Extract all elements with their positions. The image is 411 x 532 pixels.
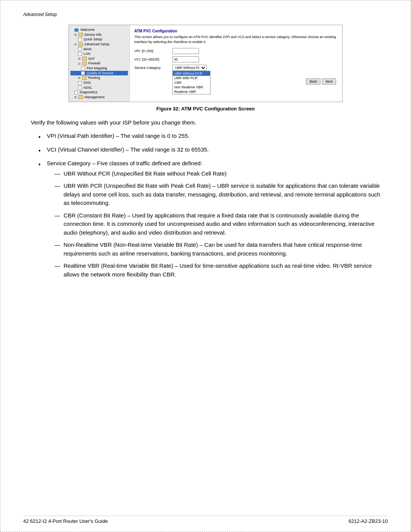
bullet-dot-service: • [38,160,43,169]
nav-port-mapping[interactable]: Port Mapping [70,66,128,71]
service-category-row: Service Category UBR Without PCR UBR Wit… [134,65,338,71]
file-icon-dns [78,81,82,85]
footer-left: 42 6212-I2 4-Port Router User's Guide [23,518,108,524]
content-panel: ATM PVC Configuration This screen allows… [130,25,342,102]
nav-device-info[interactable]: ⊞ Device Info [70,32,128,37]
dash-ubr-with: — [54,182,61,190]
dropdown-open-list: UBR Without PCR UBR With PCR CBR Non Rea… [172,71,210,94]
atm-config-title: ATM PVC Configuration [134,29,338,33]
nav-quality-of-service[interactable]: Quality of Service [70,71,128,76]
bullet-text-service: Service Category – Five classes of traff… [47,160,202,166]
nav-welcome[interactable]: Welcome [70,27,128,32]
folder-icon [78,33,83,37]
dropdown-option-non-realtime[interactable]: Non Realtime VBR [173,85,210,89]
footer: 42 6212-I2 4-Port Router User's Guide 62… [23,516,388,524]
footer-right: 6212-A2-ZB23-10 [349,518,388,524]
vpi-row: VPI: [0~255] [134,48,338,54]
nav-dns[interactable]: DNS [70,80,128,85]
sub-bullet-non-realtime-vbr: — Non-Realtime VBR (Non-Real-time Variab… [54,241,388,258]
bullet-text-vci: VCI (Virtual Channel Identifier) – The v… [47,145,209,154]
file-icon-qos [81,71,85,75]
dropdown-option-cbr[interactable]: CBR [173,80,210,85]
vpi-label: VPI: [0~255] [134,49,172,53]
file-icon-wan [78,47,82,51]
expand-icon-adv: ⊟ [74,43,77,46]
dropdown-option-ubr-with[interactable]: UBR With PCR [173,76,210,80]
service-category-label: Service Category [134,66,172,70]
folder-icon-nat [82,57,87,61]
sub-bullet-cbr: — CBR (Constant Bit Rate) – Used by appl… [54,211,388,237]
service-category-select[interactable]: UBR Without PCR UBR With PCR CBR Non Rea… [172,65,207,71]
globe-icon [74,28,79,32]
bullet-service-content: Service Category – Five classes of traff… [47,159,388,283]
bullet-dot-vpi: • [38,133,43,142]
advanced-setup-label: Advanced Setup [23,12,388,17]
nav-adsl[interactable]: ADSL [70,85,128,90]
nav-nat[interactable]: ⊞ NAT [70,56,128,61]
folder-icon-mgmt [78,95,83,99]
vci-row: VCI: [32~65535] [134,56,338,62]
sub-bullet-ubr-with-pcr: — UBR With PCR (Unspecified Bit Rate wit… [54,182,388,208]
service-category-dropdown[interactable]: UBR Without PCR UBR With PCR CBR Non Rea… [172,65,207,71]
folder-icon-fw [82,62,87,66]
nav-panel: Welcome ⊞ Device Info Quick Setup ⊟ Adva… [69,25,130,102]
nav-routing[interactable]: ⊞ Routing [70,75,128,80]
bullet-service: • Service Category – Five classes of tra… [38,159,388,283]
bullet-vpi: • VPI (Virtual Path Identifier) – The va… [38,132,388,142]
nav-quick-setup[interactable]: Quick Setup [70,37,128,42]
nav-wan[interactable]: WAN [70,47,128,52]
bullet-dot-vci: • [38,146,43,155]
page-container: Advanced Setup Welcome ⊞ Device Info Qui… [0,0,411,532]
intro-text: Verify the following values with your IS… [31,119,388,126]
nav-lan[interactable]: LAN [70,51,128,56]
atm-config-desc: This screen allows you to configure an A… [134,35,338,44]
sub-text-rt: Realtime VBR (Real-time Variable Bit Rat… [64,262,388,279]
expand-icon-mgmt: ⊞ [74,96,77,99]
file-icon-adsl [78,86,82,89]
bullet-text-vpi: VPI (Virtual Path Identifier) – The vali… [47,132,190,141]
sub-text-non-rt: Non-Realtime VBR (Non-Real-time Variable… [64,241,388,258]
sub-bullet-section: — UBR Without PCR (Unspecified Bit Rate … [54,169,388,279]
bullet-vci: • VCI (Virtual Channel Identifier) – The… [38,145,388,155]
dash-cbr: — [54,211,61,220]
dash-ubr-without: — [54,169,61,178]
file-icon [78,38,82,42]
nav-diagnostics[interactable]: Diagnostics [70,90,128,95]
bottom-buttons: Back Next [134,78,338,87]
vci-label: VCI: [32~65535] [134,58,172,61]
folder-icon-adv [78,43,83,46]
file-icon-lan [78,52,82,56]
next-button[interactable]: Next [322,78,336,85]
sub-bullet-realtime-vbr: — Realtime VBR (Real-time Variable Bit R… [54,262,388,279]
dash-non-rt: — [54,241,61,249]
expand-icon-nat: ⊞ [78,57,81,61]
expand-icon-rt: ⊞ [78,76,81,80]
expand-icon-fw: ⊟ [78,62,81,66]
vpi-input[interactable] [172,48,199,54]
bullet-section: • VPI (Virtual Path Identifier) – The va… [38,132,388,283]
sub-text-ubr-without: UBR Without PCR (Unspecified Bit Rate wi… [64,169,227,178]
file-icon-diag [74,91,78,94]
dash-rt: — [54,262,61,270]
figure-caption: Figure 32: ATM PVC Configuration Screen [23,106,388,112]
file-icon-pm [81,67,85,70]
back-button[interactable]: Back [306,78,320,85]
sub-bullet-ubr-without-pcr: — UBR Without PCR (Unspecified Bit Rate … [54,169,388,178]
dropdown-option-realtime[interactable]: Realtime VBR [173,89,210,94]
sub-text-cbr: CBR (Constant Bit Rate) – Used by applic… [64,211,388,237]
nav-management[interactable]: ⊞ Management [70,95,128,100]
nav-firewall[interactable]: ⊟ Firewall [70,61,128,66]
vci-input[interactable] [172,56,199,62]
dropdown-option-ubr-without[interactable]: UBR Without PCR [173,71,210,76]
folder-icon-rt [82,76,87,80]
expand-icon: ⊞ [74,33,77,37]
screenshot-box: Welcome ⊞ Device Info Quick Setup ⊟ Adva… [68,25,342,102]
sub-text-ubr-with: UBR With PCR (Unspecified Bit Rate with … [64,182,388,208]
nav-advanced-setup[interactable]: ⊟ Advanced Setup [70,42,128,47]
